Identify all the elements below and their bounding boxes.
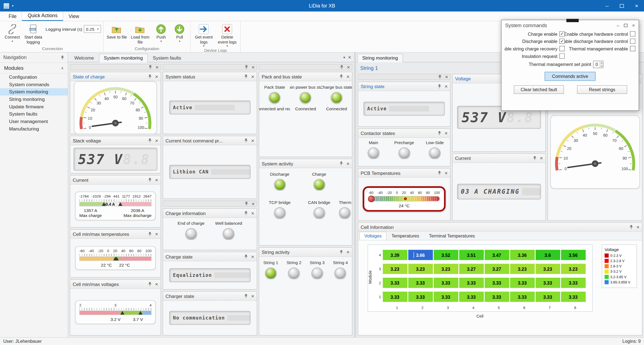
pin-icon[interactable] — [244, 211, 248, 215]
close-icon[interactable]: × — [251, 74, 254, 79]
close-button[interactable]: × — [629, 0, 644, 11]
close-icon[interactable]: × — [155, 74, 158, 79]
panel-header-charge-information[interactable]: Charge information × — [163, 209, 257, 218]
pin-icon[interactable] — [244, 65, 249, 69]
cell-voltage-m2-c5[interactable]: 3.33 — [484, 278, 509, 288]
syscmd-close-icon[interactable]: × — [632, 22, 635, 28]
cell-voltage-m4-c6[interactable]: 3.36 — [510, 250, 535, 260]
panel-header-string-state[interactable]: String state × — [358, 82, 450, 91]
cell-voltage-m3-c5[interactable]: 3.27 — [484, 264, 509, 274]
modules-section-header[interactable]: Modules ∧ — [0, 63, 68, 73]
panel-header-host-command[interactable]: Current host command pr... × — [163, 136, 257, 145]
cell-voltage-m1-c8[interactable]: 3.33 — [561, 292, 585, 302]
pin-icon[interactable] — [60, 55, 65, 60]
quick-access-caret-icon[interactable]: ▾ — [12, 4, 14, 7]
menu-tab-file[interactable]: File — [3, 12, 22, 21]
close-icon[interactable]: × — [346, 161, 349, 166]
load-from-file-button[interactable]: Load from file — [129, 22, 151, 44]
charge-enable-checkbox[interactable] — [559, 31, 565, 36]
discharge-enable-checkbox[interactable] — [559, 39, 565, 44]
commands-active-button[interactable]: Commands active — [545, 72, 596, 81]
panel-header-contactor-states[interactable]: Contactor states × — [358, 129, 450, 138]
panel-header-charger-state[interactable]: Charger state × — [163, 292, 257, 301]
start-data-logging-button[interactable]: CSV Start data logging — [22, 22, 44, 44]
cell-info-tab-temperatures[interactable]: Temperatures — [387, 232, 424, 240]
panel-header-system-activity[interactable]: System activity × — [259, 159, 352, 168]
pin-icon[interactable] — [340, 65, 344, 69]
panel-header-cell-voltages[interactable]: Cell min/max voltages × — [70, 280, 161, 289]
panel-header-cell-temperatures[interactable]: Cell min/max temperatures × — [70, 230, 161, 239]
pin-icon[interactable] — [438, 131, 442, 135]
pin-icon[interactable] — [533, 156, 537, 160]
cell-voltage-m1-c3[interactable]: 3.33 — [433, 292, 458, 302]
reset-strings-button[interactable]: Reset strings — [577, 85, 627, 94]
tab-system-monitoring[interactable]: System monitoring — [99, 54, 148, 62]
cell-voltage-m1-c4[interactable]: 3.33 — [459, 292, 484, 302]
get-event-logs-button[interactable]: Get event logs ▼ — [193, 22, 215, 48]
cell-voltage-m4-c1[interactable]: 3.39 — [383, 250, 407, 260]
panel-header-charge-state[interactable]: Charge state × — [163, 252, 257, 261]
pin-icon[interactable] — [629, 225, 633, 229]
panel-header-pack-and-bus[interactable]: Pack and bus state × — [259, 72, 352, 81]
close-icon[interactable]: × — [445, 84, 448, 89]
menu-tab-view[interactable]: View — [63, 12, 85, 21]
push-button[interactable]: Push ▼ — [153, 22, 170, 43]
menu-tab-quick-actions[interactable]: Quick Actions — [22, 11, 63, 21]
close-icon[interactable]: × — [251, 293, 254, 298]
delete-event-logs-button[interactable]: Delete event logs ▼ — [216, 22, 238, 48]
pin-icon[interactable] — [148, 282, 152, 286]
syscmd-minimize-icon[interactable]: – — [617, 22, 619, 28]
close-icon[interactable]: × — [251, 254, 254, 259]
cell-voltage-m4-c5[interactable]: 3.47 — [484, 250, 509, 260]
sidebar-item-update-firmware[interactable]: Update firmware — [0, 103, 68, 111]
cell-info-tab-voltages[interactable]: Voltages — [359, 232, 387, 240]
cell-voltage-m4-c3[interactable]: 3.52 — [433, 250, 458, 260]
cell-voltage-m2-c7[interactable]: 3.33 — [535, 278, 560, 288]
thermal-management-enable-checkbox[interactable] — [630, 46, 635, 51]
save-to-file-button[interactable]: Save to file — [106, 22, 128, 40]
cell-voltage-m1-c6[interactable]: 3.33 — [510, 292, 535, 302]
cell-voltage-m2-c8[interactable]: 3.33 — [561, 278, 585, 288]
cell-voltage-m3-c8[interactable]: 3.23 — [561, 264, 585, 274]
close-icon[interactable]: × — [155, 64, 158, 70]
close-icon[interactable]: × — [155, 177, 158, 182]
pin-icon[interactable] — [244, 138, 248, 143]
cell-voltage-m2-c4[interactable]: 3.33 — [459, 278, 484, 288]
close-icon[interactable]: × — [346, 249, 349, 255]
close-icon[interactable]: × — [636, 224, 639, 230]
connect-button[interactable]: Connect ▼ — [4, 22, 21, 43]
close-icon[interactable]: × — [251, 210, 254, 216]
cell-voltage-m4-c2[interactable]: 3.66 — [408, 250, 433, 260]
sidebar-item-system-faults[interactable]: System faults — [0, 110, 68, 118]
tab-list-caret-icon[interactable]: ▾ — [343, 55, 345, 59]
tab-system-faults[interactable]: System faults — [148, 54, 186, 62]
close-icon[interactable]: × — [252, 201, 255, 206]
cell-voltage-m1-c5[interactable]: 3.33 — [484, 292, 509, 302]
panel-header-pcb-temperatures[interactable]: PCB Temperatures × — [358, 168, 450, 178]
tab-string-monitoring[interactable]: String monitoring — [357, 54, 403, 62]
syscmd-maximize-icon[interactable] — [624, 24, 627, 27]
cell-voltage-m2-c2[interactable]: 3.33 — [408, 278, 433, 288]
pin-icon[interactable] — [148, 74, 152, 79]
cell-voltage-m3-c3[interactable]: 3.23 — [433, 264, 458, 274]
cell-voltage-m4-c8[interactable]: 3.56 — [561, 250, 585, 260]
panel-header-current[interactable]: Current × — [70, 176, 161, 185]
close-icon[interactable]: × — [155, 138, 158, 143]
panel-header-state-of-charge[interactable]: State of charge × — [70, 72, 161, 81]
close-icon[interactable]: × — [155, 281, 158, 287]
panel-header-string-current[interactable]: Current × — [453, 154, 545, 163]
pin-icon[interactable] — [148, 65, 153, 69]
pin-icon[interactable] — [339, 161, 344, 166]
enable-string-charge-recovery-checkbox[interactable] — [559, 46, 565, 51]
cell-voltage-m1-c7[interactable]: 3.33 — [535, 292, 560, 302]
cell-voltage-m2-c6[interactable]: 3.33 — [510, 278, 535, 288]
quick-access-app-icon[interactable] — [4, 3, 9, 8]
sidebar-item-system-commands[interactable]: System commands — [0, 81, 68, 88]
close-icon[interactable]: × — [445, 170, 448, 175]
cell-info-tab-terminal-temperatures[interactable]: Terminal Temperatures — [424, 232, 480, 240]
cell-voltage-m3-c7[interactable]: 3.23 — [535, 264, 560, 274]
close-icon[interactable]: × — [445, 131, 448, 136]
close-icon[interactable]: × — [252, 64, 255, 70]
enable-discharge-hardware-control-checkbox[interactable] — [630, 39, 635, 44]
cell-voltage-m2-c1[interactable]: 3.33 — [383, 278, 407, 288]
